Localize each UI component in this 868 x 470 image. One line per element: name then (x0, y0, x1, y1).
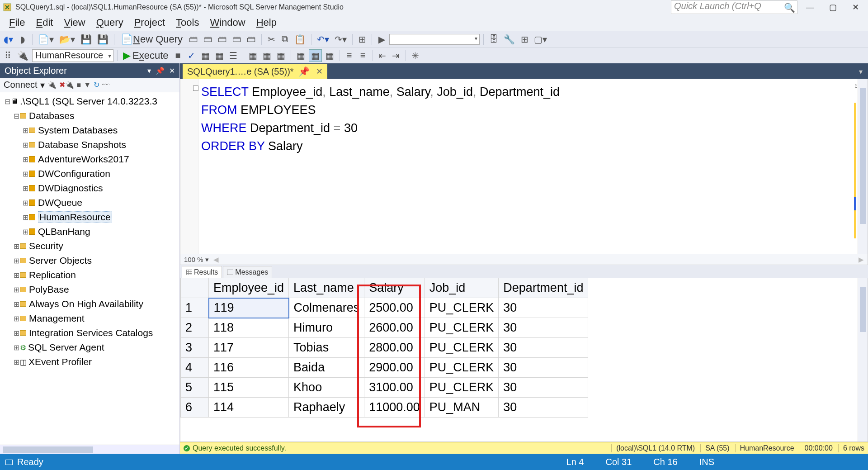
forward-button[interactable]: ◗ (17, 33, 28, 46)
grid-cell[interactable]: 30 (499, 398, 588, 418)
intellisense-icon[interactable]: ☰ (227, 49, 239, 62)
grid-cell[interactable]: 30 (499, 318, 588, 338)
grid-cell[interactable]: 30 (499, 338, 588, 358)
cut-icon[interactable]: ✂ (265, 33, 277, 46)
split-view-icon[interactable]: ↕ (854, 82, 858, 90)
grid-cell[interactable]: 114 (209, 398, 289, 418)
column-header[interactable]: Salary (364, 278, 425, 298)
row-number[interactable]: 4 (181, 358, 209, 378)
display-plan-icon[interactable]: ▦ (199, 49, 212, 62)
column-header[interactable]: Department_id (499, 278, 588, 298)
grid-cell[interactable]: Tobias (289, 338, 364, 358)
tree-folder-node[interactable]: ⊞Always On High Availability (2, 297, 179, 311)
grid-cell[interactable]: 119 (209, 298, 289, 318)
close-button[interactable]: ✕ (845, 1, 865, 14)
menu-edit[interactable]: Edit (30, 15, 58, 30)
grid-scrollbar[interactable] (858, 278, 868, 442)
live-stats-icon[interactable]: ▦ (261, 49, 273, 62)
registered-servers-icon[interactable]: 🗄 (487, 33, 500, 46)
filter-icon[interactable]: ▼ (84, 81, 91, 89)
menu-tools[interactable]: Tools (170, 15, 204, 30)
grid-cell[interactable]: PU_CLERK (425, 318, 499, 338)
parse-check-icon[interactable]: ✓ (186, 49, 198, 62)
row-number[interactable]: 2 (181, 318, 209, 338)
grid-cell[interactable]: PU_CLERK (425, 378, 499, 398)
table-row[interactable]: 2118Himuro2600.00PU_CLERK30 (181, 318, 588, 338)
connect-add-icon[interactable]: 🔌 (47, 81, 57, 89)
tree-folder-node[interactable]: ⊞Server Objects (2, 253, 179, 268)
quick-launch-input[interactable]: Quick Launch (Ctrl+Q 🔍 (671, 0, 797, 14)
include-plan-icon[interactable]: ▦ (247, 49, 259, 62)
new-query-button[interactable]: 📄 New Query (118, 33, 185, 46)
dmx-query-icon[interactable]: 🗃 (216, 33, 229, 46)
grid-cell[interactable]: 30 (499, 378, 588, 398)
table-row[interactable]: 3117Tobias2800.00PU_CLERK30 (181, 338, 588, 358)
tree-folder-node[interactable]: ⊞Integration Services Catalogs (2, 326, 179, 340)
sql-code[interactable]: SELECT Employee_id, Last_name, Salary, J… (201, 83, 560, 155)
outline-toggle-icon[interactable]: − (193, 85, 198, 91)
grid-cell[interactable]: Baida (289, 358, 364, 378)
uncomment-icon[interactable]: ≡ (357, 49, 369, 62)
grid-cell[interactable]: 2800.00 (364, 338, 425, 358)
indent-icon[interactable]: ⇤ (377, 49, 388, 62)
row-number[interactable]: 1 (181, 298, 209, 318)
save-all-button[interactable]: 💾 (95, 33, 110, 46)
refresh-icon[interactable]: ↻ (94, 81, 99, 89)
mdx-query-icon[interactable]: 🗃 (202, 33, 214, 46)
query-options-icon[interactable]: ▦ (213, 49, 226, 62)
tree-database-node[interactable]: ⊞DWDiagnostics (2, 181, 179, 195)
disconnect-icon[interactable]: ✖🔌 (59, 81, 74, 89)
tree-folder-node[interactable]: ⊞Management (2, 311, 179, 326)
new-item-button[interactable]: 📄▾ (36, 33, 56, 46)
tree-folder-node[interactable]: ⊞⚙SQL Server Agent (2, 340, 179, 355)
row-number[interactable]: 3 (181, 338, 209, 358)
properties-icon[interactable]: 🔧 (502, 33, 517, 46)
grid-cell[interactable]: 2900.00 (364, 358, 425, 378)
menu-help[interactable]: Help (251, 15, 282, 30)
grid-cell[interactable]: PU_CLERK (425, 298, 499, 318)
tree-database-node[interactable]: ⊞HumanResource (2, 210, 179, 224)
grid-cell[interactable]: 118 (209, 318, 289, 338)
pin-tab-icon[interactable]: 📌 (298, 66, 310, 77)
table-row[interactable]: 1119Colmenares2500.00PU_CLERK30 (181, 298, 588, 318)
grid-cell[interactable]: 30 (499, 358, 588, 378)
messages-tab[interactable]: Messages (223, 266, 272, 278)
table-row[interactable]: 4116Baida2900.00PU_CLERK30 (181, 358, 588, 378)
row-number[interactable]: 6 (181, 398, 209, 418)
tree-folder-node[interactable]: ⊞Replication (2, 268, 179, 282)
tree-database-snapshots[interactable]: ⊞Database Snapshots (2, 138, 179, 152)
panel-options-icon[interactable]: ▾ (147, 66, 151, 75)
template-explorer-icon[interactable]: ▢▾ (532, 33, 549, 46)
connect-label[interactable]: Connect (4, 80, 38, 90)
grid-cell[interactable]: Colmenares (289, 298, 364, 318)
tree-database-node[interactable]: ⊞DWQueue (2, 195, 179, 210)
grid-cell[interactable]: 3100.00 (364, 378, 425, 398)
undo-button[interactable]: ↶▾ (315, 33, 331, 46)
save-button[interactable]: 💾 (79, 33, 94, 46)
menu-query[interactable]: Query (91, 15, 129, 30)
zoom-level[interactable]: 100 % (184, 256, 203, 263)
table-row[interactable]: 5115Khoo3100.00PU_CLERK30 (181, 378, 588, 398)
menu-window[interactable]: Window (204, 15, 250, 30)
paste-icon[interactable]: 📋 (292, 33, 307, 46)
solution-config-select[interactable] (389, 34, 480, 45)
start-icon[interactable]: ▶ (376, 33, 387, 46)
tree-database-node[interactable]: ⊞AdventureWorks2017 (2, 152, 179, 166)
comment-icon[interactable]: ≡ (344, 49, 355, 62)
open-button[interactable]: 📂▾ (57, 33, 77, 46)
panel-close-icon[interactable]: ✕ (169, 66, 175, 75)
object-explorer-scrollbar[interactable] (0, 445, 179, 454)
tree-database-node[interactable]: ⊞QLBanHang (2, 224, 179, 239)
debug-stop-icon[interactable]: ■ (172, 49, 184, 62)
scroll-left-icon[interactable]: ◀ (213, 256, 219, 264)
maximize-button[interactable]: ▢ (823, 1, 843, 14)
scroll-right-icon[interactable]: ▶ (859, 256, 864, 264)
pulse-icon[interactable]: 〰 (102, 81, 109, 89)
connect-icon[interactable]: 🔌 (15, 49, 30, 62)
grid-cell[interactable]: 115 (209, 378, 289, 398)
outdent-icon[interactable]: ⇥ (390, 49, 402, 62)
menu-file[interactable]: File (4, 15, 30, 30)
execute-button[interactable]: ▶ Execute (121, 49, 170, 62)
results-file-icon[interactable]: ▦ (324, 49, 336, 62)
grid-cell[interactable]: 30 (499, 298, 588, 318)
